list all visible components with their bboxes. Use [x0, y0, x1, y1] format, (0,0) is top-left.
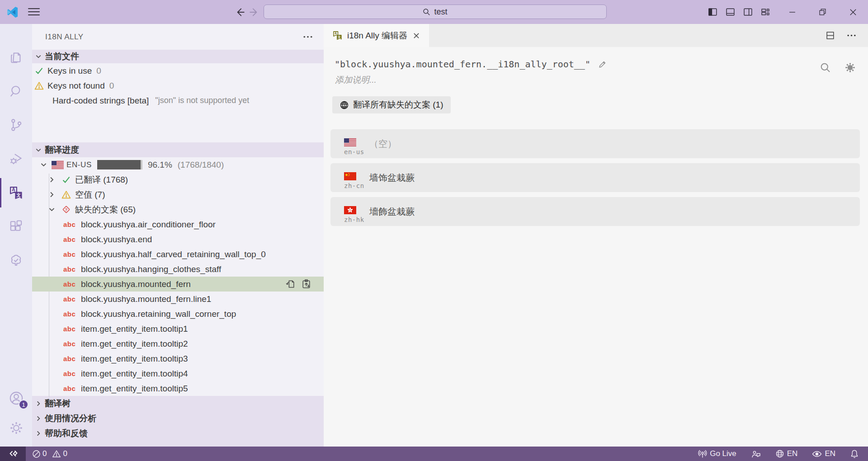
- vscode-window: test: [0, 0, 868, 461]
- row-label: 缺失的文案 (65): [75, 204, 136, 216]
- translation-value: （空）: [369, 129, 396, 158]
- chevron-down-icon: [35, 53, 42, 60]
- row-label: Keys not found: [47, 81, 105, 91]
- missing-key-row[interactable]: abcitem.get_entity_item.tooltip4: [32, 366, 324, 381]
- more-actions-icon[interactable]: [847, 34, 856, 37]
- string-type-icon: abc: [63, 355, 77, 362]
- sidebar-title: I18N ALLY: [45, 33, 84, 42]
- search-input[interactable]: test: [264, 5, 607, 19]
- section-translation-tree[interactable]: 翻译树: [32, 396, 324, 411]
- split-editor-icon[interactable]: [826, 31, 835, 40]
- us-flag-icon: [344, 138, 356, 146]
- tab-i18n-ally-editor[interactable]: A 文 i18n Ally 编辑器: [324, 24, 429, 47]
- section-label: 当前文件: [45, 51, 79, 62]
- translate-all-label: 翻译所有缺失的文案 (1): [353, 99, 443, 111]
- translated-row[interactable]: 已翻译 (1768): [32, 172, 324, 187]
- review-search-icon[interactable]: [819, 61, 831, 74]
- progress-percent: 96.1%: [148, 160, 172, 170]
- explorer-icon[interactable]: [0, 40, 32, 74]
- translation-value: 墙饰盆栽蕨: [369, 163, 415, 192]
- run-debug-icon[interactable]: [0, 142, 32, 176]
- go-live-label: Go Live: [710, 449, 736, 458]
- description-placeholder[interactable]: 添加说明...: [335, 74, 377, 86]
- problems-indicator[interactable]: 0 0: [30, 449, 73, 458]
- row-label: Keys in use: [47, 66, 92, 76]
- forward-arrow-icon[interactable]: [249, 6, 260, 18]
- activity-bar: A 文 1: [0, 24, 32, 447]
- chevron-down-icon: [35, 147, 42, 153]
- search-view-icon[interactable]: [0, 74, 32, 108]
- sidebar-bottom-fill: [32, 441, 324, 447]
- locale-code: zh-cn: [344, 182, 365, 189]
- activity-bar-bottom: 1: [0, 383, 32, 447]
- translate-all-missing-button[interactable]: 翻译所有缺失的文案 (1): [332, 96, 451, 113]
- translation-row-en-us[interactable]: en-us （空）: [330, 129, 860, 158]
- missing-key-row[interactable]: abcitem.get_entity_item.tooltip3: [32, 351, 324, 366]
- missing-key-row[interactable]: abcblock.yuushya.mounted_fern.line1: [32, 292, 324, 306]
- paste-key-icon[interactable]: [301, 278, 312, 290]
- minimize-button[interactable]: [777, 0, 807, 24]
- vscode-logo-icon: [6, 6, 19, 19]
- sidebar-title-row: I18N ALLY: [32, 24, 324, 50]
- remote-indicator[interactable]: [0, 447, 26, 461]
- cn-flag-icon: [344, 172, 356, 180]
- toggle-secondary-sidebar-icon[interactable]: [739, 0, 757, 24]
- eye-icon: [812, 451, 822, 457]
- missing-key-row[interactable]: abcblock.yuushya.end: [32, 232, 324, 247]
- missing-key-row[interactable]: abcitem.get_entity_item.tooltip1: [32, 321, 324, 336]
- feedback-icon[interactable]: [749, 449, 763, 458]
- active-view-indicator: [0, 178, 1, 207]
- settings-gear-icon[interactable]: [0, 413, 32, 443]
- missing-key-row-selected[interactable]: abc block.yuushya.mounted_fern: [32, 277, 324, 292]
- missing-key-row[interactable]: abcblock.yuushya.hanging_clothes_staff: [32, 262, 324, 277]
- display-language-item[interactable]: EN: [774, 449, 800, 458]
- i18n-editor-content: "block.yuushya.mounted_fern.__i18n_ally_…: [324, 47, 868, 447]
- customize-layout-icon[interactable]: [757, 0, 774, 24]
- editor-settings-gear-icon[interactable]: [844, 61, 856, 74]
- copy-key-icon[interactable]: [285, 278, 296, 290]
- spell-language-item[interactable]: EN: [810, 449, 837, 458]
- section-current-file[interactable]: 当前文件: [32, 50, 324, 63]
- notifications-bell-icon[interactable]: [848, 449, 861, 458]
- i18n-ally-tab-icon: A 文: [332, 30, 343, 41]
- source-control-icon[interactable]: [0, 108, 32, 142]
- missing-key-row[interactable]: abcblock.yuushya.half_carved_retaining_w…: [32, 247, 324, 262]
- string-type-icon: abc: [63, 235, 77, 243]
- section-usage-analysis[interactable]: 使用情况分析: [32, 411, 324, 426]
- missing-key-row[interactable]: abcitem.get_entity_item.tooltip5: [32, 381, 324, 396]
- todo-tree-icon[interactable]: [0, 244, 32, 278]
- section-help-feedback[interactable]: 帮助和反馈: [32, 426, 324, 441]
- string-type-icon: abc: [63, 221, 77, 228]
- accounts-icon[interactable]: 1: [0, 383, 32, 413]
- missing-key-row[interactable]: abcblock.yuushya.air_conditioner_floor: [32, 217, 324, 232]
- keys-in-use-row[interactable]: Keys in use 0: [32, 63, 324, 78]
- missing-key-row[interactable]: abcblock.yuushya.retaining_wall_corner_t…: [32, 306, 324, 321]
- row-actions: [285, 278, 312, 290]
- toggle-sidebar-icon[interactable]: [704, 0, 722, 24]
- svg-text:?: ?: [65, 207, 67, 212]
- editor-tools: [819, 61, 856, 74]
- sidebar-more-actions-icon[interactable]: [303, 35, 313, 38]
- tab-title: i18n Ally 编辑器: [347, 30, 407, 42]
- close-button[interactable]: [838, 0, 868, 24]
- tab-close-icon[interactable]: [413, 32, 420, 39]
- hardcoded-strings-row[interactable]: Hard-coded strings [beta] "json" is not …: [32, 93, 324, 108]
- translation-row-zh-hk[interactable]: zh-hk 墻飾盆栽蕨: [330, 197, 860, 226]
- toggle-panel-icon[interactable]: [722, 0, 739, 24]
- restore-button[interactable]: [807, 0, 838, 24]
- back-arrow-icon[interactable]: [234, 6, 245, 18]
- string-type-icon: abc: [63, 310, 77, 318]
- keys-not-found-row[interactable]: Keys not found 0: [32, 78, 324, 93]
- extensions-icon[interactable]: [0, 210, 32, 244]
- key-label: item.get_entity_item.tooltip3: [81, 354, 188, 364]
- i18n-ally-view-icon[interactable]: A 文: [0, 176, 32, 210]
- section-progress[interactable]: 翻译进度: [32, 142, 324, 157]
- edit-key-pencil-icon[interactable]: [598, 59, 608, 69]
- menu-icon[interactable]: [28, 7, 40, 17]
- missing-key-row[interactable]: abcitem.get_entity_item.tooltip2: [32, 336, 324, 351]
- empty-values-row[interactable]: 空值 (7): [32, 187, 324, 202]
- missing-records-row[interactable]: ? 缺失的文案 (65): [32, 202, 324, 217]
- translation-row-zh-cn[interactable]: zh-cn 墙饰盆栽蕨: [330, 163, 860, 192]
- go-live-button[interactable]: Go Live: [696, 449, 738, 458]
- locale-progress-row[interactable]: EN-US 96.1% (1768/1840): [32, 157, 324, 172]
